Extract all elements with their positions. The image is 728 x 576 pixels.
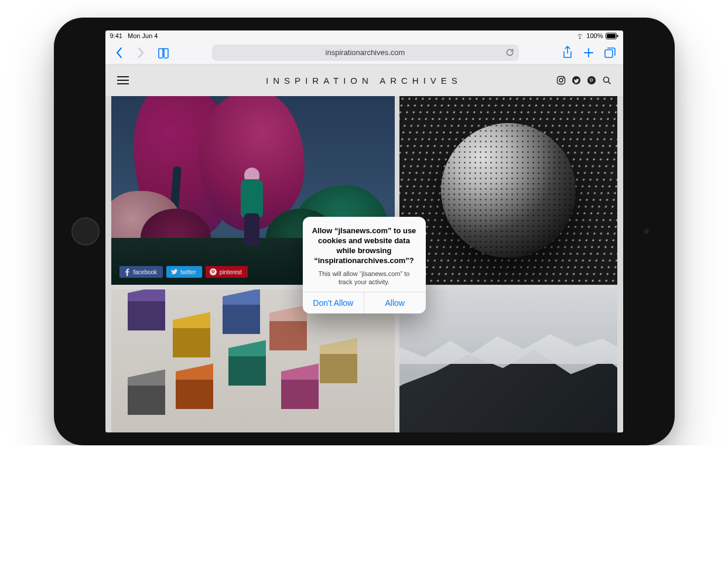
- alert-title: Allow “jlsanews.com” to use cookies and …: [311, 226, 418, 266]
- tabs-button[interactable]: [601, 44, 618, 62]
- battery-icon: [606, 33, 618, 39]
- share-button[interactable]: [559, 44, 576, 62]
- home-button[interactable]: [71, 217, 100, 246]
- reload-icon[interactable]: [505, 48, 514, 57]
- dont-allow-button[interactable]: Don't Allow: [303, 292, 364, 313]
- status-bar: 9:41 Mon Jun 4 100%: [105, 30, 623, 41]
- svg-rect-3: [605, 50, 613, 57]
- web-page: INSPIRATION ARCHIVES: [105, 64, 623, 432]
- bookmarks-button[interactable]: [155, 44, 172, 62]
- safari-toolbar: inspirationarchives.com: [105, 41, 623, 64]
- ipad-frame: 9:41 Mon Jun 4 100%: [54, 18, 675, 445]
- allow-button[interactable]: Allow: [364, 292, 426, 313]
- status-right: 100%: [576, 32, 618, 39]
- status-date: Mon Jun 4: [128, 32, 158, 39]
- svg-rect-1: [607, 34, 616, 38]
- permission-alert: Allow “jlsanews.com” to use cookies and …: [303, 217, 426, 313]
- status-left: 9:41 Mon Jun 4: [110, 32, 158, 39]
- new-tab-button[interactable]: [580, 44, 597, 62]
- address-bar[interactable]: inspirationarchives.com: [212, 45, 519, 61]
- status-time: 9:41: [110, 32, 122, 39]
- svg-rect-2: [617, 35, 618, 37]
- screen: 9:41 Mon Jun 4 100%: [105, 30, 623, 432]
- alert-message: This will allow “jlsanews.com” to track …: [311, 270, 418, 287]
- address-url: inspirationarchives.com: [326, 48, 405, 57]
- forward-button: [132, 44, 150, 62]
- wifi-icon: [576, 33, 584, 39]
- back-button[interactable]: [110, 44, 128, 62]
- battery-percent: 100%: [586, 32, 603, 39]
- front-camera: [644, 229, 649, 234]
